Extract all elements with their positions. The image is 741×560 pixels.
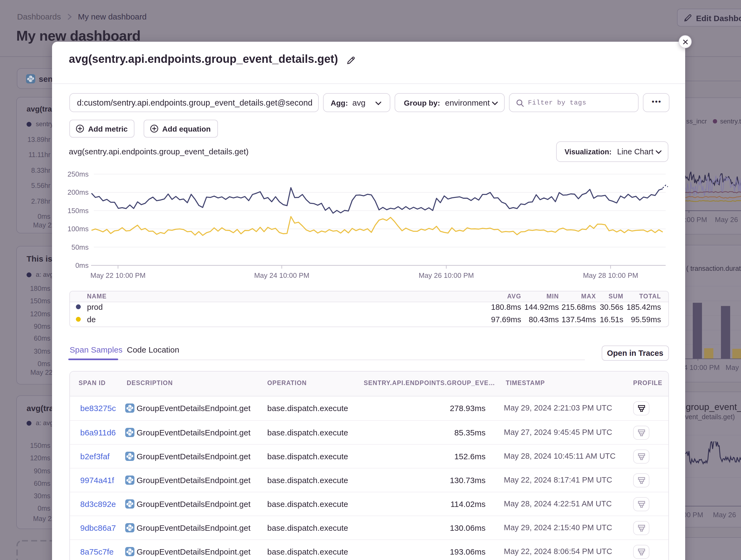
svg-text:0ms: 0ms	[75, 261, 89, 269]
svg-text:100ms: 100ms	[67, 225, 89, 233]
svg-text:May 22 10:00 PM: May 22 10:00 PM	[90, 271, 146, 279]
svg-text:May 28 10:00 PM: May 28 10:00 PM	[583, 271, 638, 279]
svg-text:50ms: 50ms	[71, 243, 89, 251]
svg-text:May 26 10:00 PM: May 26 10:00 PM	[419, 271, 474, 279]
svg-text:May 24 10:00 PM: May 24 10:00 PM	[254, 271, 310, 279]
svg-text:200ms: 200ms	[67, 188, 89, 196]
svg-text:250ms: 250ms	[67, 170, 89, 178]
svg-text:150ms: 150ms	[67, 207, 89, 215]
